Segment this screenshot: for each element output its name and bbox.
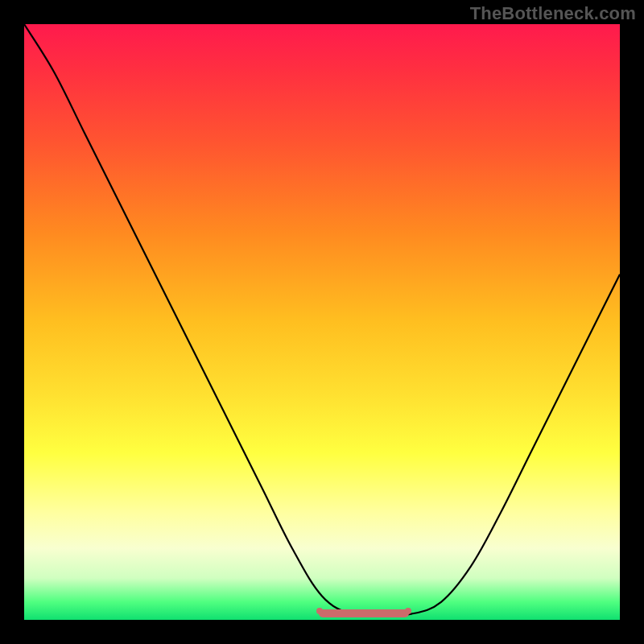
bottleneck-curve (24, 24, 620, 620)
watermark-text: TheBottleneck.com (470, 3, 636, 24)
plot-area (24, 24, 620, 620)
curve-path (24, 24, 620, 615)
optimal-range-marker (319, 609, 409, 617)
chart-frame: TheBottleneck.com (0, 0, 644, 644)
